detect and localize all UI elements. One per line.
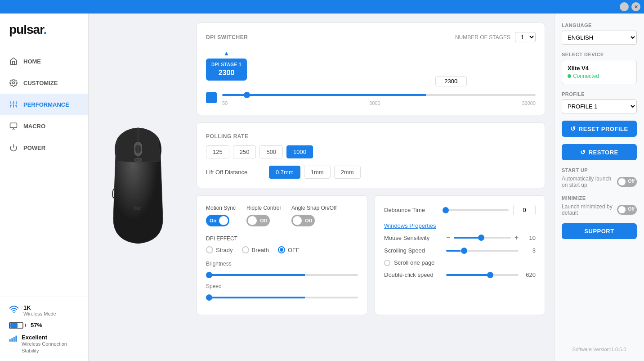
wireless-mode-sub: Wireless Mode	[23, 311, 56, 316]
connection-label: Excellent	[22, 334, 79, 341]
polling-rate-title: POLLING RATE	[206, 133, 248, 140]
stages-select[interactable]: 1234	[515, 32, 536, 42]
restore-button[interactable]: ↺ RESTORE	[562, 144, 637, 160]
sidebar-item-performance[interactable]: PERFORMANCE	[0, 94, 88, 115]
speed-label: Speed	[206, 283, 358, 289]
svg-rect-15	[9, 339, 11, 342]
lift-off-area: Lift Off Distance 0.7mm 1mm 2mm	[206, 166, 536, 179]
power-icon	[9, 143, 18, 152]
sidebar: pulsar. HOME CUSTOMIZE	[0, 14, 89, 361]
scrolling-speed-slider[interactable]	[446, 250, 519, 252]
mouse-sensitivity-slider[interactable]	[454, 237, 510, 239]
lift-off-07[interactable]: 0.7mm	[269, 166, 300, 179]
connection-sublabel: Wireless Connection Stability	[22, 341, 79, 354]
speed-slider[interactable]	[206, 297, 358, 298]
stage-box-1[interactable]: DPI STAGE 1 2300	[206, 59, 247, 81]
motion-sync-label: Motion Sync	[206, 205, 236, 211]
polling-500[interactable]: 500	[259, 145, 283, 158]
dpi-effect-off[interactable]: OFF	[278, 246, 300, 253]
device-name: Xlite V4	[568, 65, 631, 72]
minimize-desc: Launch minimized by default	[562, 203, 617, 216]
nav-menu: HOME CUSTOMIZE PERFORMANCE	[0, 50, 88, 297]
main-content: DPI SWITCHER NUMBER OF STAGES 1234 ▲ DPI…	[188, 14, 554, 361]
reset-profile-button[interactable]: ↺ RESET PROFILE	[562, 121, 637, 137]
restore-label: RESTORE	[589, 149, 618, 156]
dpi-stages: ▲ DPI STAGE 1 2300	[206, 50, 536, 81]
windows-properties-link[interactable]: Windows Properties	[384, 222, 536, 229]
sensitivity-plus[interactable]: +	[514, 234, 519, 242]
debounce-input[interactable]	[513, 205, 536, 215]
sidebar-item-macro[interactable]: MACRO	[0, 115, 88, 137]
dpi-effect-strady[interactable]: Strady	[206, 246, 233, 253]
performance-icon	[9, 100, 18, 109]
startup-toggle-state: Off	[628, 179, 635, 184]
minimize-toggle-state: Off	[628, 207, 635, 212]
sidebar-status: 1K Wireless Mode 57% Excellent	[0, 297, 88, 361]
home-icon	[9, 57, 18, 66]
minimize-section: MINIMIZE Launch minimized by default Off	[562, 195, 637, 216]
right-sidebar: LANGUAGE ENGLISH SELECT DEVICE Xlite V4 …	[554, 14, 644, 361]
polling-rate-card: POLLING RATE 125 250 500 1000 Lift Off D…	[197, 122, 545, 188]
radio-breath-circle	[242, 246, 249, 253]
sidebar-item-label-macro: MACRO	[23, 123, 45, 130]
radio-off-circle	[278, 246, 285, 253]
reset-profile-label: RESET PROFILE	[579, 126, 628, 132]
motion-sync-knob	[219, 216, 228, 225]
lift-off-label: Lift Off Distance	[206, 169, 264, 176]
customize-icon	[9, 78, 18, 87]
angle-snap-toggle[interactable]: Off	[291, 215, 315, 226]
sidebar-item-customize[interactable]: CUSTOMIZE	[0, 72, 88, 94]
dpi-effect-radio-group: Strady Breath OFF	[206, 246, 358, 253]
profile-select[interactable]: PROFILE 1	[562, 99, 637, 113]
dpi-effect-breath[interactable]: Breath	[242, 246, 269, 253]
svg-text:lsar: lsar	[134, 205, 142, 211]
brightness-label: Brightness	[206, 261, 358, 267]
startup-toggle[interactable]: Off	[617, 177, 637, 187]
logo-text: pulsar.	[9, 23, 46, 36]
dpi-effect-section: DPI EFFECT Strady Breath	[206, 235, 358, 253]
lift-off-2[interactable]: 2mm	[334, 166, 361, 179]
dpi-slider[interactable]	[222, 94, 536, 96]
radio-strady-circle	[206, 246, 213, 253]
language-select[interactable]: ENGLISH	[562, 31, 637, 45]
stage-arrow: ▲	[224, 50, 230, 57]
minimize-section-label: MINIMIZE	[562, 195, 637, 201]
scroll-one-page-radio[interactable]	[384, 260, 390, 266]
motion-sync-toggle[interactable]: On	[206, 215, 229, 226]
angle-snap-toggle-item: Angle Snap On/Off Off	[291, 205, 337, 226]
debounce-slider[interactable]	[443, 209, 509, 211]
sidebar-item-power[interactable]: POWER	[0, 137, 88, 158]
polling-rate-buttons: 125 250 500 1000	[206, 145, 536, 158]
polling-125[interactable]: 125	[206, 145, 229, 158]
polling-1000[interactable]: 1000	[286, 145, 313, 158]
sidebar-item-label-customize: CUSTOMIZE	[23, 80, 58, 86]
device-box: Xlite V4 Connected	[562, 60, 637, 84]
stages-label: NUMBER OF STAGES	[455, 34, 510, 41]
polling-250[interactable]: 250	[233, 145, 256, 158]
svg-rect-17	[13, 337, 15, 342]
brightness-slider[interactable]	[206, 274, 358, 276]
minimize-button[interactable]: −	[620, 2, 629, 11]
svg-rect-18	[15, 336, 17, 342]
double-click-slider[interactable]	[446, 274, 519, 276]
ripple-control-toggle[interactable]: Off	[246, 215, 270, 226]
stages-control: NUMBER OF STAGES 1234	[455, 32, 536, 42]
dpi-switcher-card: DPI SWITCHER NUMBER OF STAGES 1234 ▲ DPI…	[197, 23, 545, 115]
minimize-row: Launch minimized by default Off	[562, 203, 637, 216]
close-button[interactable]: ✕	[631, 2, 640, 11]
ripple-control-label: Ripple Control	[246, 205, 281, 211]
mouse-sensitivity-label: Mouse Sensitivity	[384, 235, 443, 241]
dpi-value-input[interactable]	[435, 76, 467, 86]
sensitivity-minus[interactable]: −	[446, 234, 450, 242]
support-button[interactable]: SUPPORT	[562, 223, 637, 239]
dpi-color-swatch[interactable]	[206, 92, 217, 103]
minimize-toggle[interactable]: Off	[617, 205, 637, 215]
status-dot	[568, 74, 571, 78]
logo-area: pulsar.	[0, 14, 88, 41]
scroll-one-page-label: Scroll one page	[394, 259, 434, 266]
motion-sync-toggle-item: Motion Sync On	[206, 205, 236, 226]
battery-icon	[9, 322, 26, 329]
sidebar-item-home[interactable]: HOME	[0, 50, 88, 72]
lift-off-1[interactable]: 1mm	[304, 166, 331, 179]
debounce-label: Debounce Time	[384, 207, 438, 213]
